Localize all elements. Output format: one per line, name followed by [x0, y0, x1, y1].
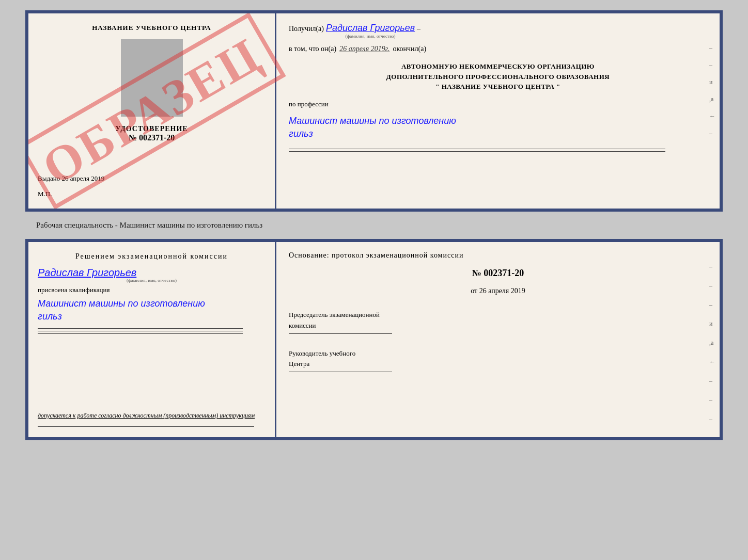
number-prefix: №	[472, 268, 481, 278]
profession-line1: Машинист машины по изготовлению	[289, 116, 456, 126]
bottom-fio-subtitle: (фамилия, имя, отчество)	[127, 278, 177, 283]
dopusk-text: работе согласно должностным (производств…	[77, 412, 255, 419]
bottom-doc-right: Основание: протокол экзаменационной коми…	[276, 242, 720, 437]
bottom-name: Радислав Григорьев	[38, 267, 136, 279]
bottom-document: Решением экзаменационной комиссии Радисл…	[25, 239, 723, 440]
dash-top: –	[417, 25, 420, 33]
side-dashes-bottom: – – – и ,а ← – – –	[709, 263, 715, 423]
ot-date: от 26 апреля 2019	[289, 287, 707, 295]
vtom-prefix: в том, что он(а)	[289, 45, 336, 53]
h-line-1	[289, 149, 665, 149]
dash-lines-top	[289, 149, 707, 152]
bottom-doc-left: Решением экзаменационной комиссии Радисл…	[28, 242, 276, 437]
top-document: НАЗВАНИЕ УЧЕБНОГО ЦЕНТРА УДОСТОВЕРЕНИЕ №…	[25, 10, 723, 212]
poluchil-name: Радислав Григорьев	[326, 23, 415, 34]
org-line1: АВТОНОМНУЮ НЕКОММЕРЧЕСКУЮ ОРГАНИЗАЦИЮ	[289, 61, 707, 72]
qualification-name: Машинист машины по изготовлению гильз	[38, 297, 266, 323]
caption-between: Рабочая специальность - Машинист машины …	[36, 221, 262, 230]
protocol-number: № 002371-20	[289, 268, 707, 279]
dopusk-prefix: допускается к	[38, 412, 75, 419]
qual-line2: гильз	[38, 311, 62, 322]
profession-name: Машинист машины по изготовлению гильз	[289, 115, 707, 140]
predsedatel-block: Председатель экзаменационной комиссии	[289, 310, 707, 336]
ot-date-value: 26 апреля 2019	[479, 287, 525, 295]
q-line-1	[38, 328, 243, 329]
dopuskaetsya-block: допускается к работе согласно должностны…	[38, 411, 266, 420]
photo-placeholder	[121, 39, 183, 117]
top-doc-left: НАЗВАНИЕ УЧЕБНОГО ЦЕНТРА УДОСТОВЕРЕНИЕ №…	[28, 13, 276, 209]
cert-label: УДОСТОВЕРЕНИЕ	[38, 125, 266, 133]
predsedatel-line1: Председатель экзаменационной	[289, 310, 707, 321]
vydano-line: Выдано 26 апреля 2019	[38, 169, 266, 183]
fio-subtitle-top: (фамилия, имя, отчество)	[345, 34, 395, 39]
osnovanie-title: Основание: протокол экзаменационной коми…	[289, 251, 707, 260]
org-line3: " НАЗВАНИЕ УЧЕБНОГО ЦЕНТРА "	[289, 82, 707, 92]
certificate-block: УДОСТОВЕРЕНИЕ № 002371-20	[38, 125, 266, 142]
vtom-date: 26 апреля 2019г.	[339, 45, 389, 53]
okonchil-label: окончил(а)	[393, 45, 426, 53]
vtom-line: в том, что он(а) 26 апреля 2019г. окончи…	[289, 45, 707, 53]
org-block: АВТОНОМНУЮ НЕКОММЕРЧЕСКУЮ ОРГАНИЗАЦИЮ ДО…	[289, 61, 707, 92]
q-line-3	[38, 333, 243, 334]
po-professii-label: по профессии	[289, 100, 707, 108]
mp-line: М.П.	[38, 190, 266, 198]
top-doc-right: Получил(а) Радислав Григорьев (фамилия, …	[276, 13, 720, 209]
cert-number: № 002371-20	[38, 133, 266, 142]
org-line2: ДОПОЛНИТЕЛЬНОГО ПРОФЕССИОНАЛЬНОГО ОБРАЗО…	[289, 72, 707, 82]
predsedatel-signature-line	[289, 333, 392, 334]
h-line-2	[289, 151, 665, 152]
protocol-num-value: 002371-20	[484, 268, 524, 278]
rukovoditel-signature-line	[289, 372, 392, 372]
prisvoena-line: присвоена квалификация	[38, 286, 266, 294]
q-line-2	[38, 331, 243, 331]
resheniem-title: Решением экзаменационной комиссии	[38, 252, 266, 261]
name-block-bottom: Радислав Григорьев (фамилия, имя, отчест…	[38, 267, 266, 283]
ot-prefix: от	[471, 287, 477, 295]
vydano-date: 26 апреля 2019	[62, 174, 105, 182]
rukovoditel-line1: Руководитель учебного	[289, 348, 707, 359]
qual-line1: Машинист машины по изготовлению	[38, 298, 205, 309]
side-dashes-top: – – и ,а ← –	[709, 44, 715, 137]
qual-underlines	[38, 328, 266, 334]
poluchil-line: Получил(а) Радислав Григорьев (фамилия, …	[289, 23, 707, 39]
poluchil-prefix: Получил(а)	[289, 25, 324, 33]
bottom-dopusk-line	[38, 426, 254, 427]
rukovoditel-block: Руководитель учебного Центра	[289, 348, 707, 375]
profession-line2: гильз	[289, 129, 313, 139]
rukovoditel-line2: Центра	[289, 359, 707, 370]
predsedatel-line2: комиссии	[289, 321, 707, 331]
vydano-label: Выдано	[38, 174, 60, 182]
top-left-title: НАЗВАНИЕ УЧЕБНОГО ЦЕНТРА	[38, 24, 266, 32]
